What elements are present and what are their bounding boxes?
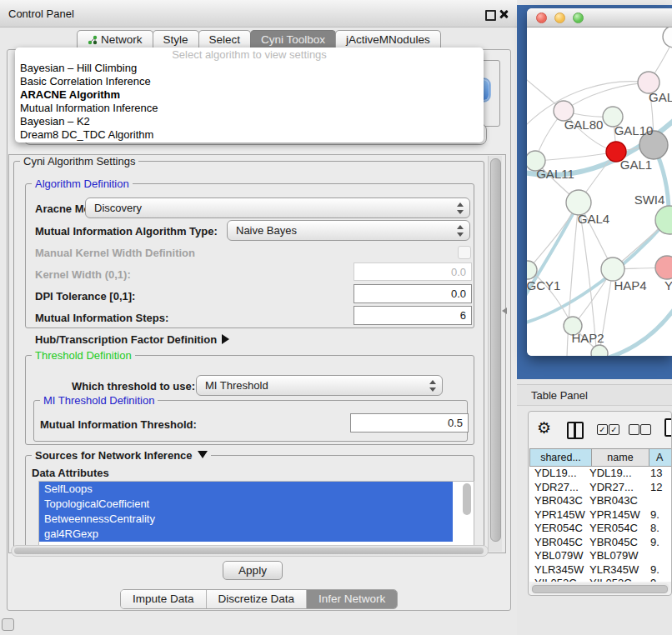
column-header-name[interactable]: name bbox=[591, 448, 649, 467]
table-row[interactable]: YDL19...YDL19...13 bbox=[529, 467, 672, 481]
table-cell: YBR045C bbox=[534, 536, 586, 550]
gear-icon[interactable]: ⚙ bbox=[537, 420, 551, 436]
table-row[interactable]: YBR045CYBR045C9. bbox=[529, 536, 672, 550]
scrollbar-thumb[interactable] bbox=[532, 585, 668, 593]
network-node[interactable] bbox=[601, 258, 624, 281]
tab-network[interactable]: Network bbox=[77, 30, 153, 48]
network-node[interactable] bbox=[663, 28, 672, 48]
table-row[interactable]: YLR345WYLR345W9. bbox=[529, 563, 672, 578]
sources-section-toggle[interactable]: Sources for Network Inference bbox=[32, 449, 211, 462]
columns-icon[interactable] bbox=[567, 422, 584, 439]
network-graph[interactable]: GALGAL80GAL10GAL1GAL11SWI4GAL4GCY1HAP4YH… bbox=[527, 28, 672, 356]
attribute-items: SelfLoopsTopologicalCoefficientBetweenne… bbox=[39, 482, 474, 542]
tab-select[interactable]: Select bbox=[198, 30, 252, 48]
network-icon bbox=[88, 35, 98, 45]
dpi-tolerance-field[interactable]: 0.0 bbox=[354, 284, 472, 303]
unchecked-checkbox-icon[interactable] bbox=[629, 424, 639, 435]
aracne-mode-combo[interactable]: Discovery bbox=[85, 198, 470, 218]
minimize-traffic-light-icon[interactable] bbox=[554, 12, 565, 23]
table-row[interactable]: YIL052CYIL052C9. bbox=[529, 577, 672, 582]
data-attributes-list[interactable]: SelfLoopsTopologicalCoefficientBetweenne… bbox=[38, 481, 474, 548]
zoom-traffic-light-icon[interactable] bbox=[573, 12, 584, 23]
mi-type-combo[interactable]: Naive Bayes bbox=[227, 220, 470, 241]
network-edge-highlighted[interactable] bbox=[597, 308, 672, 356]
combo-stepper-icon[interactable] bbox=[456, 202, 464, 215]
table-row[interactable]: YER054CYER054C8. bbox=[529, 522, 672, 536]
threshold-definition-title: Threshold Definition bbox=[32, 349, 135, 362]
mi-steps-field[interactable]: 6 bbox=[354, 306, 472, 325]
checked-checkbox-icon[interactable]: ✓ bbox=[597, 424, 608, 435]
settings-vertical-scrollbar[interactable] bbox=[488, 156, 502, 552]
algorithm-option[interactable]: Bayesian – K2 bbox=[15, 115, 484, 128]
column-header-shared-name[interactable]: shared... bbox=[529, 448, 592, 467]
algorithm-option[interactable]: ARACNE Algorithm bbox=[15, 88, 484, 102]
table-cell: YDL19... bbox=[589, 467, 644, 481]
network-node[interactable] bbox=[591, 345, 608, 356]
tab-impute-data[interactable]: Impute Data bbox=[121, 590, 207, 608]
float-window-icon[interactable] bbox=[485, 10, 496, 21]
tab-discretize-data[interactable]: Discretize Data bbox=[207, 590, 308, 608]
mi-threshold-group-title: MI Threshold Definition bbox=[40, 394, 158, 407]
tab-style[interactable]: Style bbox=[153, 30, 199, 48]
attribute-item[interactable]: SelfLoops bbox=[39, 482, 453, 497]
table-cell: YBL079W bbox=[534, 549, 586, 563]
tab-infer-network[interactable]: Infer Network bbox=[307, 590, 397, 608]
attribute-item[interactable]: TopologicalCoefficient bbox=[39, 497, 453, 512]
table-cell: YIL052C bbox=[534, 577, 586, 582]
network-node[interactable] bbox=[655, 256, 672, 279]
combo-stepper-icon[interactable] bbox=[456, 224, 464, 238]
kernel-width-field[interactable]: 0.0 bbox=[354, 262, 472, 281]
node-label: GAL10 bbox=[614, 123, 654, 138]
node-label: GAL bbox=[649, 90, 672, 104]
table-cell: YBR045C bbox=[589, 536, 644, 550]
unchecked-checkbox-icon[interactable] bbox=[640, 424, 651, 435]
table-horizontal-scrollbar[interactable] bbox=[530, 583, 669, 592]
close-icon[interactable] bbox=[499, 9, 509, 19]
attribute-item[interactable]: gal4RGexp bbox=[39, 527, 453, 542]
algorithm-option[interactable]: Basic Correlation Inference bbox=[15, 75, 484, 88]
table-cell: YLR345W bbox=[589, 563, 644, 578]
node-label: HAP4 bbox=[614, 278, 646, 292]
network-edge-highlighted[interactable] bbox=[527, 221, 667, 324]
control-panel-tabs: Network Style Select Cyni Toolbox jActiv… bbox=[77, 30, 440, 49]
expand-right-icon[interactable] bbox=[222, 334, 229, 344]
column-header-partial[interactable]: A bbox=[649, 448, 672, 467]
manual-kernel-checkbox[interactable] bbox=[458, 246, 471, 259]
close-traffic-light-icon[interactable] bbox=[536, 12, 547, 23]
algorithm-option[interactable]: Dream8 DC_TDC Algorithm bbox=[15, 128, 484, 142]
document-icon[interactable] bbox=[664, 418, 672, 437]
splitter-collapse-arrow[interactable] bbox=[502, 308, 507, 314]
checked-checkbox-icon[interactable]: ✓ bbox=[609, 424, 619, 435]
table-row[interactable]: YBL079WYBL079W bbox=[529, 549, 672, 563]
network-window-titlebar[interactable] bbox=[527, 8, 672, 28]
mi-threshold-field[interactable]: 0.5 bbox=[350, 413, 469, 432]
attribute-item[interactable]: BetweennessCentrality bbox=[39, 512, 453, 527]
table-row[interactable]: YBR043CYBR043C bbox=[529, 494, 672, 508]
hub-section-toggle[interactable]: Hub/Transcription Factor Definition bbox=[35, 333, 229, 346]
expand-down-icon[interactable] bbox=[198, 451, 208, 458]
table-cell: YDL19... bbox=[534, 467, 586, 481]
settings-horizontal-scrollbar[interactable] bbox=[11, 545, 489, 557]
algorithm-option[interactable]: Mutual Information Inference bbox=[15, 102, 484, 115]
which-threshold-combo[interactable]: MI Threshold bbox=[196, 375, 443, 396]
algorithm-option[interactable]: Bayesian – Hill Climbing bbox=[15, 62, 484, 75]
tab-cyni-toolbox[interactable]: Cyni Toolbox bbox=[250, 30, 336, 48]
network-edge[interactable] bbox=[535, 152, 616, 161]
scrollbar-thumb[interactable] bbox=[14, 548, 484, 554]
list-scrollbar-thumb[interactable] bbox=[463, 483, 471, 515]
node-label: GCY1 bbox=[527, 278, 560, 292]
table-row[interactable]: YDR27...YDR27...12 bbox=[529, 481, 672, 495]
table-row[interactable]: YPR145WYPR145W9. bbox=[529, 508, 672, 522]
manual-kernel-label: Manual Kernel Width Definition bbox=[35, 247, 195, 259]
tab-jactivemnodules[interactable]: jActiveMNodules bbox=[335, 30, 441, 48]
node-label: HAP2 bbox=[571, 331, 604, 345]
scrollbar-thumb[interactable] bbox=[490, 158, 501, 542]
apply-button[interactable]: Apply bbox=[223, 561, 283, 580]
network-canvas[interactable]: GALGAL80GAL10GAL1GAL11SWI4GAL4GCY1HAP4YH… bbox=[527, 28, 672, 356]
network-edge[interactable] bbox=[564, 82, 649, 111]
combo-stepper-icon[interactable] bbox=[429, 379, 436, 392]
node-label: GAL4 bbox=[578, 212, 609, 226]
table-cell: YLR345W bbox=[534, 563, 586, 578]
table-cell: 9. bbox=[650, 577, 672, 582]
minimized-panel-icon[interactable] bbox=[2, 618, 14, 631]
